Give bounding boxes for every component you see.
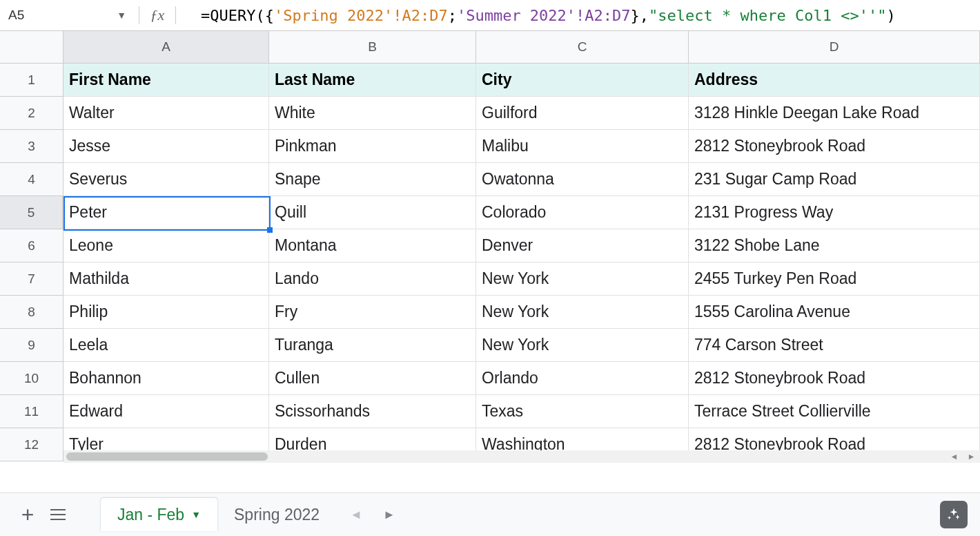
- explore-button[interactable]: [940, 501, 968, 528]
- row-header-5[interactable]: 5: [0, 196, 63, 229]
- cell-D11[interactable]: Terrace Street Collierville: [689, 395, 980, 428]
- nav-prev-icon[interactable]: ◄: [350, 508, 362, 522]
- row-header-8[interactable]: 8: [0, 296, 63, 329]
- row-headers: 1 2 3 4 5 6 7 8 9 10 11 12: [0, 64, 63, 461]
- formula-input[interactable]: =QUERY({'Spring 2022'!A2:D7;'Summer 2022…: [180, 7, 980, 24]
- sparkle-icon: [946, 507, 961, 522]
- formula-part: QUERY: [210, 7, 255, 24]
- cell-B7[interactable]: Lando: [269, 262, 476, 295]
- chevron-down-icon[interactable]: ▼: [191, 509, 201, 520]
- cell-B4[interactable]: Snape: [269, 163, 476, 195]
- formula-part: 'Spring 2022'!A2:D7: [274, 7, 448, 24]
- column-header-B[interactable]: B: [269, 31, 476, 63]
- all-sheets-button[interactable]: [43, 499, 73, 530]
- cell-A6[interactable]: Leone: [63, 229, 269, 262]
- menu-icon: [50, 509, 66, 520]
- cell-C4[interactable]: Owatonna: [476, 163, 689, 195]
- cell-B10[interactable]: Cullen: [269, 362, 476, 394]
- cell-D3[interactable]: 2812 Stoneybrook Road: [689, 130, 980, 162]
- table-row: First Name Last Name City Address: [63, 64, 980, 97]
- chevron-down-icon[interactable]: ▼: [117, 10, 126, 21]
- sheet-nav: ◄ ►: [350, 508, 395, 522]
- cell-C9[interactable]: New York: [476, 329, 689, 361]
- row-header-10[interactable]: 10: [0, 362, 63, 395]
- scrollbar-thumb[interactable]: [66, 452, 268, 461]
- cell-A3[interactable]: Jesse: [63, 130, 269, 162]
- column-headers: A B C D: [63, 31, 980, 64]
- cell-C7[interactable]: New York: [476, 262, 689, 295]
- cell-A10[interactable]: Bohannon: [63, 362, 269, 394]
- cell-C11[interactable]: Texas: [476, 395, 689, 428]
- cell-D10[interactable]: 2812 Stoneybrook Road: [689, 362, 980, 394]
- cell-D8[interactable]: 1555 Carolina Avenue: [689, 296, 980, 328]
- cell-C10[interactable]: Orlando: [476, 362, 689, 394]
- formula-part: ): [886, 7, 895, 24]
- cell-D4[interactable]: 231 Sugar Camp Road: [689, 163, 980, 195]
- table-row: Mathilda Lando New York 2455 Turkey Pen …: [63, 262, 980, 296]
- row-header-12[interactable]: 12: [0, 428, 63, 461]
- table-row: Philip Fry New York 1555 Carolina Avenue: [63, 296, 980, 329]
- cell-A2[interactable]: Walter: [63, 97, 269, 129]
- row-header-7[interactable]: 7: [0, 262, 63, 296]
- cell-C5[interactable]: Colorado: [476, 196, 689, 229]
- cell-A9[interactable]: Leela: [63, 329, 269, 361]
- cell-D9[interactable]: 774 Carson Street: [689, 329, 980, 361]
- table-row: Leela Turanga New York 774 Carson Street: [63, 329, 980, 362]
- cell-D2[interactable]: 3128 Hinkle Deegan Lake Road: [689, 97, 980, 129]
- add-sheet-button[interactable]: +: [12, 499, 43, 530]
- cell-B3[interactable]: Pinkman: [269, 130, 476, 162]
- row-header-1[interactable]: 1: [0, 64, 63, 97]
- cell-A4[interactable]: Severus: [63, 163, 269, 195]
- cell-D6[interactable]: 3122 Shobe Lane: [689, 229, 980, 262]
- cell-D1[interactable]: Address: [689, 64, 980, 96]
- cell-A11[interactable]: Edward: [63, 395, 269, 428]
- cell-D7[interactable]: 2455 Turkey Pen Road: [689, 262, 980, 295]
- row-header-6[interactable]: 6: [0, 229, 63, 262]
- formula-part: },: [631, 7, 649, 24]
- cell-C6[interactable]: Denver: [476, 229, 689, 262]
- cell-C3[interactable]: Malibu: [476, 130, 689, 162]
- formula-part: =: [201, 7, 210, 24]
- cell-B8[interactable]: Fry: [269, 296, 476, 328]
- cell-C1[interactable]: City: [476, 64, 689, 96]
- column-header-D[interactable]: D: [689, 31, 980, 63]
- cell-B6[interactable]: Montana: [269, 229, 476, 262]
- nav-next-icon[interactable]: ►: [383, 508, 395, 522]
- cell-B2[interactable]: White: [269, 97, 476, 129]
- table-row: Severus Snape Owatonna 231 Sugar Camp Ro…: [63, 163, 980, 196]
- column-header-C[interactable]: C: [476, 31, 689, 63]
- cell-A8[interactable]: Philip: [63, 296, 269, 328]
- name-box-value: A5: [8, 8, 117, 23]
- name-box[interactable]: A5 ▼: [0, 0, 135, 30]
- table-row: Jesse Pinkman Malibu 2812 Stoneybrook Ro…: [63, 130, 980, 163]
- cell-B5[interactable]: Quill: [269, 196, 476, 229]
- row-header-4[interactable]: 4: [0, 163, 63, 196]
- formula-part: ;: [448, 7, 457, 24]
- table-row: Bohannon Cullen Orlando 2812 Stoneybrook…: [63, 362, 980, 395]
- row-header-9[interactable]: 9: [0, 329, 63, 362]
- divider: [175, 6, 176, 24]
- cell-A5[interactable]: Peter: [63, 196, 269, 229]
- horizontal-scrollbar[interactable]: [63, 450, 945, 463]
- row-header-11[interactable]: 11: [0, 395, 63, 428]
- table-row: Walter White Guilford 3128 Hinkle Deegan…: [63, 97, 980, 130]
- sheet-tab-spring-2022[interactable]: Spring 2022: [217, 498, 336, 531]
- cell-D5[interactable]: 2131 Progress Way: [689, 196, 980, 229]
- select-all-corner[interactable]: [0, 31, 63, 64]
- cell-A7[interactable]: Mathilda: [63, 262, 269, 295]
- scroll-left-icon[interactable]: ◄: [950, 452, 959, 461]
- cell-B1[interactable]: Last Name: [269, 64, 476, 96]
- cell-B9[interactable]: Turanga: [269, 329, 476, 361]
- column-header-A[interactable]: A: [63, 31, 269, 63]
- divider: [139, 6, 139, 24]
- cell-B11[interactable]: Scissorhands: [269, 395, 476, 428]
- spreadsheet-grid: A B C D 1 2 3 4 5 6 7 8 9 10 11 12 First…: [0, 31, 980, 463]
- cell-C8[interactable]: New York: [476, 296, 689, 328]
- cell-C2[interactable]: Guilford: [476, 97, 689, 129]
- row-header-2[interactable]: 2: [0, 97, 63, 130]
- cell-A1[interactable]: First Name: [63, 64, 269, 96]
- scroll-right-icon[interactable]: ►: [968, 452, 976, 461]
- sheet-tab-label: Jan - Feb: [117, 506, 184, 524]
- row-header-3[interactable]: 3: [0, 130, 63, 163]
- sheet-tab-jan-feb[interactable]: Jan - Feb ▼: [101, 498, 217, 531]
